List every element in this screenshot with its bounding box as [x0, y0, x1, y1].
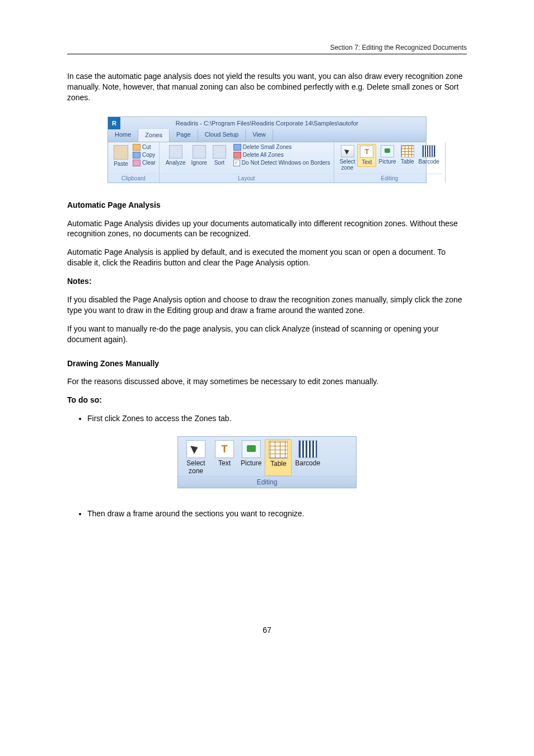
ep-picture-zone[interactable]: Picture	[237, 439, 265, 476]
page-header: Section 7: Editing the Recognized Docume…	[67, 40, 467, 54]
dnd-checkbox[interactable]: Do Not Detect Windows on Borders	[233, 160, 330, 166]
text-zone-button[interactable]: TText	[357, 144, 376, 167]
cursor-icon	[341, 145, 354, 157]
ep-select-zone[interactable]: Select zone	[180, 439, 212, 476]
ribbon-body: Paste Cut Copy Clear Clipboard Analyze I…	[107, 142, 427, 183]
analysis-p2: Automatic Page Analysis is applied by de…	[67, 247, 467, 268]
copy-button[interactable]: Copy	[133, 152, 156, 158]
editing-panel-screenshot: Select zone TText Picture Table Barcode …	[177, 436, 357, 488]
text-icon: T	[215, 440, 234, 458]
cursor-icon	[186, 440, 205, 458]
window-title: Readiris - C:\Program Files\Readiris Cor…	[176, 120, 358, 127]
analysis-heading: Automatic Page Analysis	[67, 200, 467, 211]
sort-button[interactable]: Sort	[210, 144, 229, 167]
to-do-heading: To do so:	[67, 395, 467, 405]
tab-view[interactable]: View	[246, 129, 273, 142]
layout-label: Layout	[163, 174, 330, 181]
analysis-p1: Automatic Page Analysis divides up your …	[67, 218, 467, 240]
clipboard-label: Clipboard	[111, 174, 156, 181]
checkbox-icon	[233, 160, 240, 166]
editing-group: Select zone TText Picture Table Barcode …	[334, 142, 446, 183]
picture-icon	[242, 440, 261, 458]
barcode-zone-button[interactable]: Barcode	[416, 144, 442, 166]
titlebar: R Readiris - C:\Program Files\Readiris C…	[107, 116, 427, 129]
tab-cloud-setup[interactable]: Cloud Setup	[198, 129, 246, 142]
tab-page[interactable]: Page	[170, 129, 198, 142]
editing-label: Editing	[338, 174, 442, 181]
steps-list-2: Then draw a frame around the sections yo…	[87, 508, 467, 519]
clear-button[interactable]: Clear	[133, 160, 156, 166]
paste-icon	[114, 145, 128, 160]
tab-home[interactable]: Home	[108, 129, 138, 142]
steps-list: First click Zones to access the Zones ta…	[87, 413, 467, 424]
eraser-icon	[133, 160, 140, 166]
step-2: Then draw a frame around the sections yo…	[87, 508, 467, 519]
barcode-icon	[298, 440, 317, 458]
picture-zone-button[interactable]: Picture	[376, 144, 398, 166]
ignore-button[interactable]: Ignore	[188, 144, 209, 167]
text-icon: T	[360, 146, 373, 158]
analysis-p5: If you want to manually re-do the page a…	[67, 324, 467, 345]
intro-paragraph: In case the automatic page analysis does…	[67, 71, 467, 103]
notes-heading: Notes:	[67, 276, 467, 287]
ribbon-screenshot: R Readiris - C:\Program Files\Readiris C…	[107, 116, 427, 183]
delete-small-zones-button[interactable]: Delete Small Zones	[233, 144, 330, 151]
picture-icon	[381, 145, 394, 157]
cut-button[interactable]: Cut	[133, 144, 156, 151]
delete-all-icon	[233, 152, 241, 158]
ep-text-zone[interactable]: TText	[212, 439, 237, 476]
manual-p1: For the reasons discussed above, it may …	[67, 376, 467, 387]
page-number: 67	[67, 626, 467, 634]
ep-barcode-zone[interactable]: Barcode	[292, 439, 324, 476]
ep-table-zone[interactable]: Table	[265, 439, 292, 476]
delete-small-icon	[233, 144, 241, 151]
select-zone-button[interactable]: Select zone	[338, 144, 358, 172]
copy-icon	[133, 152, 140, 158]
table-zone-button[interactable]: Table	[399, 144, 416, 166]
ignore-icon	[193, 145, 206, 158]
manual-heading: Drawing Zones Manually	[67, 358, 467, 369]
running-head: Section 7: Editing the Recognized Docume…	[330, 44, 467, 52]
analysis-p4: If you disabled the Page Analysis option…	[67, 295, 467, 316]
paste-button[interactable]: Paste	[111, 144, 130, 168]
tab-row: Home Zones Page Cloud Setup View	[107, 129, 427, 142]
analyze-icon	[169, 145, 182, 158]
tab-zones[interactable]: Zones	[138, 129, 170, 142]
barcode-icon	[422, 145, 435, 157]
sort-icon	[213, 145, 226, 158]
step-1: First click Zones to access the Zones ta…	[87, 413, 467, 424]
table-icon	[269, 441, 288, 459]
ep-label: Editing	[178, 476, 356, 488]
layout-group: Analyze Ignore Sort Delete Small Zones D…	[160, 142, 334, 183]
table-icon	[401, 145, 414, 157]
analyze-button[interactable]: Analyze	[163, 144, 189, 167]
clipboard-group: Paste Cut Copy Clear Clipboard	[108, 142, 160, 183]
delete-all-zones-button[interactable]: Delete All Zones	[233, 152, 330, 158]
app-icon: R	[108, 117, 120, 129]
scissors-icon	[133, 144, 140, 151]
